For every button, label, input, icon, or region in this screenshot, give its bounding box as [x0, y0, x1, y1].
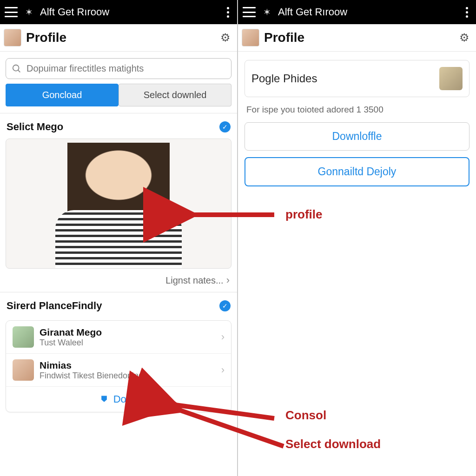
kebab-menu-icon[interactable] [462, 5, 471, 20]
tab-row: Goncload Select downled [0, 84, 237, 113]
chevron-right-icon: › [221, 364, 225, 376]
tab-goncload[interactable]: Goncload [6, 84, 119, 106]
profile-photo [40, 139, 198, 268]
chevron-right-icon: › [221, 331, 225, 343]
list-thumbnail [13, 326, 34, 348]
check-badge-icon[interactable]: ✓ [219, 121, 231, 132]
bookmark-icon [99, 394, 109, 404]
gonnailtd-dejoly-button[interactable]: Gonnailtd Dejoly [245, 157, 469, 186]
done-button[interactable]: Done [6, 387, 231, 412]
section-head-2: Sirerd PlanceFindly ✓ [0, 292, 237, 317]
screen-left: ✶ Alft Get Rıroow Profile ⚙ Goncload Sel… [0, 0, 238, 476]
name-label: Pogle Phides [251, 72, 435, 85]
profile-header: Profile ⚙ [0, 24, 237, 52]
svg-point-0 [13, 65, 19, 71]
app-title: Alft Get Rıroow [40, 6, 218, 18]
topbar: ✶ Alft Get Rıroow [0, 0, 237, 24]
avatar[interactable] [4, 29, 21, 46]
list-thumbnail [13, 359, 34, 381]
downloffle-button[interactable]: Downloffle [245, 122, 469, 151]
name-card[interactable]: Pogle Phides [245, 60, 469, 97]
list-item-title: Nimias [40, 360, 216, 371]
list-card: Giranat Mego Tust Waleel › Nimias Findwi… [6, 320, 231, 412]
app-logo-icon: ✶ [23, 7, 34, 18]
avatar [439, 67, 463, 90]
chevron-right-icon: › [226, 274, 230, 286]
section-title: Sirerd PlanceFindly [7, 300, 102, 312]
search-box[interactable] [6, 58, 231, 79]
app-logo-icon: ✶ [261, 7, 272, 18]
profile-header: Profile ⚙ [238, 24, 476, 52]
list-item-title: Giranat Mego [40, 327, 216, 338]
search-input[interactable] [26, 63, 225, 74]
lignst-nates-link[interactable]: Lignst nates... › [0, 269, 237, 292]
list-item[interactable]: Giranat Mego Tust Waleel › [6, 321, 231, 354]
avatar[interactable] [242, 29, 259, 46]
subaction-label: Lignst nates... [165, 275, 224, 286]
tab-select-downled[interactable]: Select downled [119, 84, 231, 106]
done-label: Done [113, 393, 138, 405]
page-title: Profile [26, 30, 216, 45]
photo-card[interactable] [6, 139, 231, 269]
section-title: Selict Mego [7, 121, 63, 133]
topbar: ✶ Alft Get Rıroow [238, 0, 476, 24]
description-text: For ispe you toioted adored 1 3500 [238, 103, 476, 122]
section-head-1: Selict Mego ✓ [0, 113, 237, 139]
screen-right: ✶ Alft Get Rıroow Profile ⚙ Pogle Phides… [238, 0, 476, 476]
check-badge-icon[interactable]: ✓ [219, 300, 231, 311]
search-icon [12, 64, 22, 74]
kebab-menu-icon[interactable] [223, 5, 232, 20]
gear-icon[interactable]: ⚙ [220, 31, 231, 44]
page-title: Profile [264, 30, 455, 45]
list-item-sub: Findwist Tikest Bienedoning [40, 371, 216, 381]
gear-icon[interactable]: ⚙ [459, 31, 469, 44]
list-item[interactable]: Nimias Findwist Tikest Bienedoning › [6, 354, 231, 387]
svg-line-1 [18, 70, 20, 72]
hamburger-icon[interactable] [5, 7, 18, 17]
hamburger-icon[interactable] [243, 7, 256, 17]
list-item-sub: Tust Waleel [40, 338, 216, 348]
app-title: Alft Get Rıroow [278, 6, 456, 18]
